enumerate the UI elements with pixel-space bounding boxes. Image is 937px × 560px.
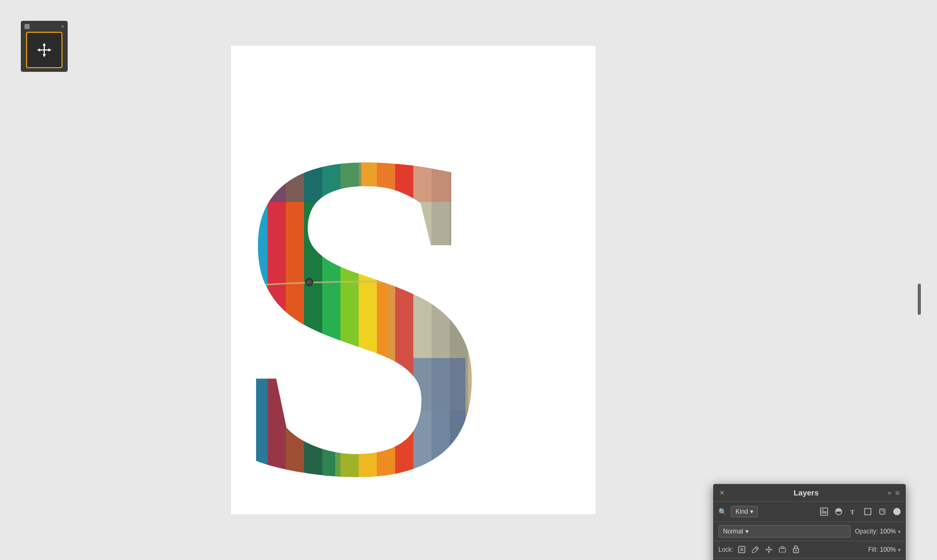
- svg-marker-80: [765, 546, 773, 553]
- svg-rect-78: [740, 548, 743, 551]
- layers-panel-header: ✕ Layers » ≡: [713, 484, 906, 502]
- fill-chevron[interactable]: ▾: [898, 547, 901, 553]
- opacity-chevron[interactable]: ▾: [898, 529, 901, 534]
- svg-rect-75: [865, 508, 871, 515]
- filter-smart-icon[interactable]: [877, 506, 888, 517]
- move-tool-icon: [36, 42, 53, 58]
- panel-menu-btn[interactable]: ≡: [895, 489, 900, 497]
- search-icon: 🔍: [718, 508, 727, 516]
- filter-kind-dropdown[interactable]: Kind ▾: [731, 506, 758, 517]
- fill-label: Fill:: [868, 546, 878, 553]
- lock-artboard-btn[interactable]: [777, 544, 788, 555]
- svg-rect-58: [231, 46, 361, 202]
- scrollbar-thumb: [918, 284, 921, 315]
- svg-rect-82: [781, 546, 784, 549]
- filter-text-icon[interactable]: T: [847, 506, 859, 517]
- fill-section: Fill: 100% ▾: [868, 546, 901, 553]
- toolbox-header: »: [22, 22, 66, 30]
- filter-kind-chevron: ▾: [750, 508, 753, 515]
- s-letter-container: S: [231, 46, 596, 514]
- panel-close-btn[interactable]: ✕: [719, 489, 725, 497]
- layers-panel-title: Layers: [793, 488, 818, 497]
- svg-marker-69: [37, 43, 52, 57]
- opacity-value[interactable]: 100%: [880, 528, 896, 535]
- filter-adjustment-icon[interactable]: [833, 506, 844, 517]
- lock-move-btn[interactable]: [764, 544, 774, 555]
- blend-mode-dropdown[interactable]: Normal ▾: [718, 525, 851, 538]
- filter-kind-label: Kind: [736, 508, 748, 515]
- opacity-section: Opacity: 100% ▾: [855, 528, 901, 535]
- layers-panel-controls: » ≡: [888, 489, 900, 497]
- filter-shape-icon[interactable]: [862, 506, 873, 517]
- s-letter-svg: S: [231, 46, 596, 514]
- lock-icons-group: [737, 544, 801, 555]
- svg-rect-67: [335, 384, 413, 514]
- blend-mode-label: Normal: [723, 528, 743, 535]
- lock-brush-btn[interactable]: [750, 544, 761, 555]
- panel-collapse-btn[interactable]: »: [888, 489, 891, 497]
- toolbox-collapse-btn[interactable]: »: [61, 23, 64, 29]
- svg-rect-59: [361, 46, 491, 202]
- svg-line-79: [755, 548, 757, 550]
- filter-icons-group: T: [818, 506, 901, 517]
- lock-pixels-btn[interactable]: [737, 544, 747, 555]
- lock-row: Lock:: [713, 541, 906, 558]
- svg-rect-76: [880, 509, 885, 514]
- canvas-area: S: [0, 0, 937, 560]
- blend-mode-chevron: ▾: [745, 528, 749, 535]
- lock-all-btn[interactable]: [791, 544, 801, 555]
- svg-text:T: T: [850, 508, 855, 516]
- svg-point-63: [307, 279, 312, 285]
- filter-row: 🔍 Kind ▾ T: [713, 502, 906, 522]
- move-tool-button[interactable]: [26, 32, 62, 68]
- filter-image-icon[interactable]: [818, 506, 830, 517]
- svg-rect-66: [231, 358, 335, 514]
- toolbox-close-btn[interactable]: [24, 24, 30, 29]
- svg-rect-68: [413, 358, 465, 514]
- filter-toggle-dot[interactable]: [893, 508, 901, 515]
- toolbox-widget: »: [21, 21, 68, 72]
- svg-rect-71: [821, 511, 827, 514]
- fill-value[interactable]: 100%: [880, 546, 896, 553]
- lock-label: Lock:: [718, 546, 733, 553]
- opacity-label: Opacity:: [855, 528, 878, 535]
- svg-point-84: [795, 550, 796, 552]
- svg-rect-72: [821, 509, 824, 511]
- blend-mode-row: Normal ▾ Opacity: 100% ▾: [713, 522, 906, 541]
